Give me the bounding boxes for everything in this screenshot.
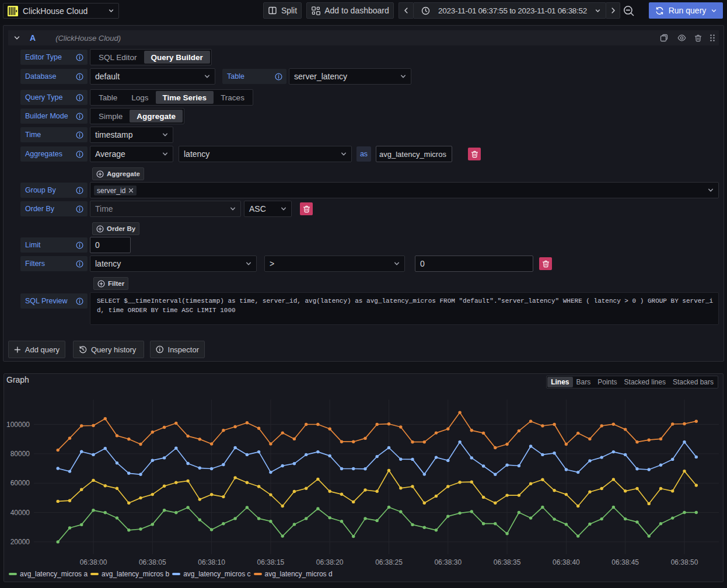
svg-text:06:38:50: 06:38:50 (671, 558, 698, 566)
svg-text:40000: 40000 (11, 509, 30, 517)
svg-text:06:38:40: 06:38:40 (553, 558, 580, 566)
svg-text:80000: 80000 (11, 450, 30, 458)
svg-text:06:38:10: 06:38:10 (198, 558, 225, 566)
svg-text:06:38:15: 06:38:15 (257, 558, 285, 566)
svg-text:06:38:05: 06:38:05 (139, 558, 166, 566)
svg-text:06:38:45: 06:38:45 (611, 558, 639, 566)
svg-text:06:38:20: 06:38:20 (316, 558, 344, 566)
svg-text:06:38:35: 06:38:35 (494, 558, 521, 566)
svg-text:60000: 60000 (11, 479, 30, 487)
svg-text:06:38:25: 06:38:25 (375, 558, 403, 566)
svg-text:20000: 20000 (11, 538, 30, 546)
svg-text:06:38:30: 06:38:30 (434, 558, 462, 566)
svg-text:06:38:00: 06:38:00 (80, 558, 107, 566)
svg-text:100000: 100000 (6, 421, 30, 429)
